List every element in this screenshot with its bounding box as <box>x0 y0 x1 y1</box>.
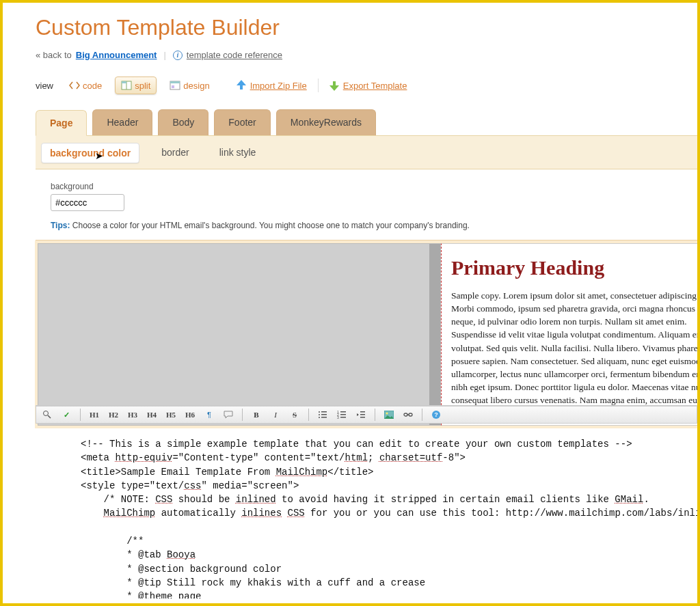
code-area: ✓ H1 H2 H3 H4 H5 H6 ¶ B I S 123 ? <!-- T… <box>36 405 697 603</box>
export-template-link[interactable]: Export Template <box>343 81 407 91</box>
svg-point-24 <box>386 413 388 415</box>
preview-split: Primary Heading Sample copy. Lorem ipsum… <box>35 240 700 428</box>
background-form: background Tips: Choose a color for your… <box>36 169 700 240</box>
numbered-list-button[interactable]: 123 <box>335 408 349 422</box>
svg-rect-22 <box>360 417 365 418</box>
tab-page[interactable]: Page <box>36 110 87 136</box>
export-icon <box>329 80 339 91</box>
svg-point-8 <box>319 411 320 413</box>
svg-point-12 <box>319 417 320 418</box>
svg-text:3: 3 <box>337 415 339 419</box>
h4-button[interactable]: H4 <box>145 408 159 422</box>
primary-tabs: Page Header Body Footer MonkeyRewards <box>36 109 697 135</box>
view-split-label: split <box>135 81 150 91</box>
h1-button[interactable]: H1 <box>88 408 101 422</box>
preview-paragraph: Sample copy. Lorem ipsum dolor sit amet,… <box>451 289 700 420</box>
italic-button[interactable]: I <box>269 408 282 422</box>
svg-rect-20 <box>360 411 365 413</box>
subtab-background-color[interactable]: background color <box>41 143 139 163</box>
view-label: view <box>36 81 53 91</box>
tab-body[interactable]: Body <box>158 109 208 135</box>
image-button[interactable] <box>382 408 396 422</box>
find-replace-button[interactable] <box>40 408 54 422</box>
svg-rect-11 <box>321 414 327 415</box>
h5-button[interactable]: H5 <box>164 408 178 422</box>
svg-rect-9 <box>321 411 327 413</box>
validate-button[interactable]: ✓ <box>59 408 73 422</box>
comment-button[interactable] <box>221 408 235 422</box>
background-input[interactable] <box>51 194 124 211</box>
svg-rect-2 <box>122 81 126 83</box>
info-icon: i <box>173 51 183 60</box>
code-icon <box>69 80 80 91</box>
sub-nav: « back to Big Announcement | i template … <box>36 50 697 60</box>
view-code-button[interactable]: code <box>63 77 108 94</box>
tab-header[interactable]: Header <box>92 109 152 135</box>
svg-point-10 <box>319 414 320 415</box>
svg-rect-21 <box>360 414 365 415</box>
view-design-button[interactable]: design <box>163 77 215 94</box>
tips-text: Choose a color for your HTML email's bac… <box>72 221 470 230</box>
subtab-link-style[interactable]: link style <box>211 143 265 163</box>
page-title: Custom Template Builder <box>36 15 697 40</box>
bulleted-list-button[interactable] <box>316 408 329 422</box>
help-button[interactable]: ? <box>429 408 443 422</box>
subtab-border[interactable]: border <box>153 143 197 163</box>
split-icon <box>121 80 132 91</box>
view-split-button[interactable]: split <box>115 77 157 94</box>
secondary-tabs: background color border link style <box>36 135 700 169</box>
view-design-label: design <box>183 81 209 91</box>
code-editor[interactable]: <!-- This is a simple example template t… <box>36 424 697 598</box>
svg-rect-19 <box>340 417 346 418</box>
bold-button[interactable]: B <box>250 408 263 422</box>
link-button[interactable] <box>401 408 415 422</box>
preview-pane-right[interactable]: Primary Heading Sample copy. Lorem ipsum… <box>441 243 700 426</box>
preview-pane-left[interactable] <box>38 243 441 426</box>
h6-button[interactable]: H6 <box>183 408 197 422</box>
svg-rect-15 <box>340 411 346 413</box>
svg-line-7 <box>48 415 51 418</box>
outdent-button[interactable] <box>354 408 368 422</box>
svg-rect-4 <box>170 81 180 83</box>
h3-button[interactable]: H3 <box>126 408 139 422</box>
svg-text:?: ? <box>434 411 438 418</box>
tips: Tips: Choose a color for your HTML email… <box>51 221 700 230</box>
background-label: background <box>51 182 700 191</box>
svg-rect-13 <box>321 417 327 418</box>
svg-point-6 <box>44 411 49 416</box>
svg-rect-17 <box>340 414 346 415</box>
svg-rect-5 <box>172 85 174 88</box>
template-ref-link[interactable]: template code reference <box>187 50 282 60</box>
tips-label: Tips: <box>51 221 70 230</box>
back-prefix: « back to <box>36 50 72 60</box>
pilcrow-button[interactable]: ¶ <box>202 408 216 422</box>
tab-monkeyrewards[interactable]: MonkeyRewards <box>276 109 376 135</box>
preview-h1: Primary Heading <box>451 256 700 279</box>
strike-button[interactable]: S <box>288 408 301 422</box>
import-icon <box>237 80 246 91</box>
back-link[interactable]: Big Announcement <box>76 50 157 60</box>
view-code-label: code <box>83 81 102 91</box>
view-toolbar: view code split design Import Zip File E… <box>36 77 697 94</box>
h2-button[interactable]: H2 <box>107 408 120 422</box>
code-toolbar: ✓ H1 H2 H3 H4 H5 H6 ¶ B I S 123 ? <box>36 406 697 424</box>
import-zip-link[interactable]: Import Zip File <box>250 81 307 91</box>
tab-footer[interactable]: Footer <box>214 109 270 135</box>
design-icon <box>170 80 180 91</box>
